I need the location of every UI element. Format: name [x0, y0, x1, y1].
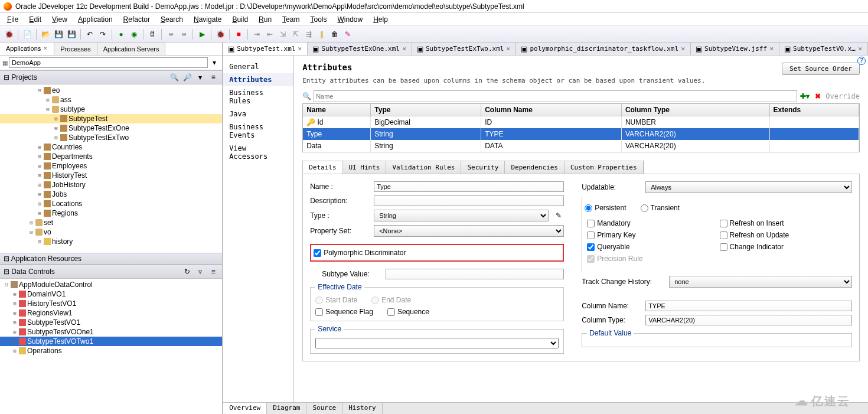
trash-icon[interactable]: 🗑 — [329, 29, 340, 40]
close-icon[interactable]: ✕ — [43, 45, 48, 51]
edit-type-icon[interactable]: ✎ — [553, 210, 564, 221]
updatable-select[interactable]: Always — [645, 181, 852, 193]
service-select[interactable] — [315, 338, 559, 348]
bug-icon[interactable]: 🐞 — [4, 29, 14, 40]
editor-tab[interactable]: ▣SubtypeTestExTwo.xml ✕ — [412, 43, 516, 55]
close-icon[interactable]: ✕ — [681, 46, 686, 52]
tree-item[interactable]: ⊞ Countries — [0, 142, 222, 152]
description-input[interactable] — [374, 195, 564, 206]
attributes-table[interactable]: NameTypeColumn NameColumn TypeExtends🔑 I… — [302, 103, 860, 152]
tree-item[interactable]: ⊞ SubtypeTestExOne — [0, 123, 222, 133]
tree-item[interactable]: ⊞ HistoryTestVO1 — [0, 299, 222, 308]
column-type-input[interactable] — [645, 315, 852, 325]
debug-icon[interactable]: 🐞 — [215, 29, 226, 40]
queryable-checkbox[interactable] — [587, 243, 595, 251]
tree-item[interactable]: ⊞ Operations — [0, 346, 222, 356]
detail-tab-dependencies[interactable]: Dependencies — [505, 161, 564, 174]
add-attribute-icon[interactable]: ✚▾ — [800, 91, 810, 102]
wand-icon[interactable]: ✎ — [342, 29, 353, 40]
attribute-search-input[interactable] — [314, 90, 797, 102]
change-indicator-checkbox[interactable] — [720, 243, 727, 251]
menu-edit[interactable]: Edit — [24, 14, 46, 24]
subtype-value-input[interactable] — [386, 269, 564, 279]
editor-tab[interactable]: ▣polymorphic_discriminator_taskflow.xml … — [516, 43, 691, 55]
data-controls-tree[interactable]: ⊟ AppModuleDataControl⊞ DomainVO1⊞ Histo… — [0, 279, 222, 373]
menu-team[interactable]: Team — [278, 14, 304, 24]
menu-view[interactable]: View — [47, 14, 72, 24]
tree-item[interactable]: ⊞ Regions — [0, 208, 222, 218]
expand-icon[interactable]: ⊞ — [37, 172, 43, 178]
tree-item[interactable]: ⊞ SubtypeTest — [0, 114, 222, 123]
menu-window[interactable]: Window — [332, 14, 367, 24]
close-icon[interactable]: ✕ — [506, 46, 511, 52]
run-icon[interactable]: ▶ — [197, 29, 207, 40]
side-nav-java[interactable]: Java — [223, 107, 293, 120]
expand-icon[interactable]: ⊞ — [12, 329, 18, 335]
proj-tool2-icon[interactable]: 🔎 — [182, 72, 192, 83]
menu-navigate[interactable]: Navigate — [189, 14, 226, 24]
proj-tool1-icon[interactable]: 🔍 — [169, 72, 180, 83]
dc-filter-icon[interactable]: ▿ — [195, 266, 205, 277]
side-nav-general[interactable]: General — [223, 60, 293, 73]
expand-icon[interactable]: ⊞ — [12, 310, 18, 316]
expand-icon[interactable]: ⊞ — [12, 291, 18, 297]
close-icon[interactable]: ✕ — [858, 46, 863, 52]
tree-item[interactable]: ⊞ Departments — [0, 152, 222, 161]
menu-file[interactable]: File — [2, 14, 23, 24]
expand-icon[interactable]: ⊞ — [37, 163, 43, 169]
left-tab-applications[interactable]: Applications ✕ — [0, 43, 54, 55]
stop-icon[interactable]: ■ — [233, 29, 244, 40]
close-icon[interactable]: ✕ — [298, 46, 302, 52]
tree-item[interactable]: ⊞ SubtypeTestVOTwo1 — [0, 337, 222, 346]
detail-tab-validation-rules[interactable]: Validation Rules — [386, 161, 461, 174]
detail-tab-security[interactable]: Security — [461, 161, 505, 174]
tree-item[interactable]: ⊞ RegionsView1 — [0, 308, 222, 318]
expand-icon[interactable]: ⊞ — [45, 97, 51, 103]
menu-refactor[interactable]: Refactor — [119, 14, 155, 24]
expand-icon[interactable]: ⊞ — [53, 116, 59, 122]
expand-icon[interactable]: ⊞ — [37, 201, 43, 207]
expand-icon[interactable]: ⊞ — [53, 135, 59, 141]
rebuild-icon[interactable]: ◉ — [129, 29, 139, 40]
bottom-tab-history[interactable]: History — [342, 403, 382, 414]
refresh-update-checkbox[interactable] — [720, 232, 727, 239]
tree-item[interactable]: ⊟ eo — [0, 86, 222, 95]
mandatory-checkbox[interactable] — [587, 220, 595, 227]
new-icon[interactable]: 📄 — [22, 29, 32, 40]
step5-icon[interactable]: ⇶ — [304, 29, 314, 40]
save-all-icon[interactable]: 💾 — [66, 29, 77, 40]
tree-item[interactable]: ⊟ subtype — [0, 105, 222, 114]
bottom-tab-diagram[interactable]: Diagram — [267, 403, 306, 414]
expand-icon[interactable]: ⊞ — [37, 154, 43, 159]
detail-tab-custom-properties[interactable]: Custom Properties — [564, 161, 644, 174]
application-selector[interactable]: DemoApp — [9, 57, 208, 68]
app-dropdown-arrow[interactable]: ▾ — [209, 57, 220, 68]
tree-item[interactable]: ⊞ ass — [0, 95, 222, 105]
primary-key-checkbox[interactable] — [587, 232, 595, 239]
name-input[interactable] — [374, 181, 564, 192]
side-nav-business-rules[interactable]: Business Rules — [223, 86, 293, 107]
menu-build[interactable]: Build — [227, 14, 253, 24]
step2-icon[interactable]: ⇤ — [265, 29, 275, 40]
app-resources-header[interactable]: ⊟ Application Resources — [0, 253, 222, 265]
menu-run[interactable]: Run — [254, 14, 276, 24]
side-nav-attributes[interactable]: Attributes — [223, 73, 293, 86]
data-controls-header[interactable]: ⊟ Data Controls ↻ ▿ ≡ — [0, 265, 222, 279]
dc-refresh-icon[interactable]: ↻ — [182, 266, 192, 277]
deploy1-icon[interactable]: ⎃ — [165, 29, 176, 40]
undo-icon[interactable]: ↶ — [84, 29, 95, 40]
column-header[interactable]: Name — [303, 104, 371, 116]
detail-tab-ui-hints[interactable]: UI Hints — [343, 161, 387, 174]
expand-icon[interactable]: ⊞ — [12, 301, 18, 307]
close-icon[interactable]: ✕ — [769, 46, 774, 52]
expand-icon[interactable]: ⊞ — [37, 144, 43, 150]
left-tab-application-servers[interactable]: Application Servers — [97, 43, 166, 55]
side-nav-business-events[interactable]: Business Events — [223, 120, 293, 142]
step1-icon[interactable]: ⇥ — [252, 29, 262, 40]
left-tab-processes[interactable]: Processes — [54, 43, 97, 55]
table-row[interactable]: TypeStringTYPEVARCHAR2(20) — [303, 128, 859, 140]
table-row[interactable]: 🔑 IdBigDecimalIDNUMBER — [303, 116, 859, 129]
expand-icon[interactable]: ⊟ — [28, 229, 34, 235]
redo-icon[interactable]: ↷ — [97, 29, 108, 40]
expand-icon[interactable]: ⊟ — [37, 87, 43, 93]
